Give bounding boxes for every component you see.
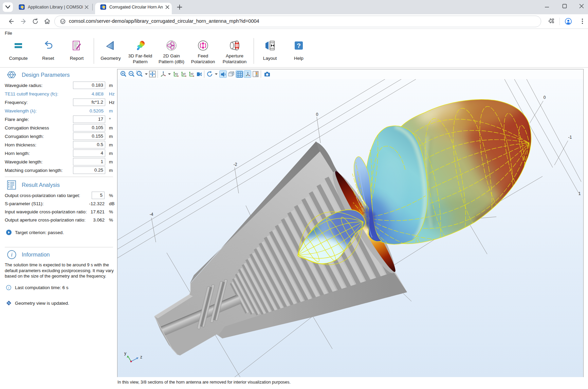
svg-text:-2: -2: [234, 162, 237, 167]
svg-text:i: i: [8, 286, 9, 289]
svg-text:xy: xy: [175, 72, 178, 75]
svg-text:-1: -1: [568, 135, 572, 140]
svg-text:yz: yz: [183, 72, 186, 75]
svg-text:z: z: [140, 355, 142, 359]
svg-text:xz: xz: [190, 72, 194, 75]
svg-text:-4: -4: [150, 212, 153, 217]
svg-text:i: i: [11, 251, 13, 258]
svg-text:1: 1: [578, 191, 581, 196]
svg-text:y: y: [124, 351, 126, 356]
svg-text:0: 0: [544, 95, 546, 100]
svg-text:0: 0: [316, 112, 318, 117]
svg-text:?: ?: [297, 42, 301, 49]
